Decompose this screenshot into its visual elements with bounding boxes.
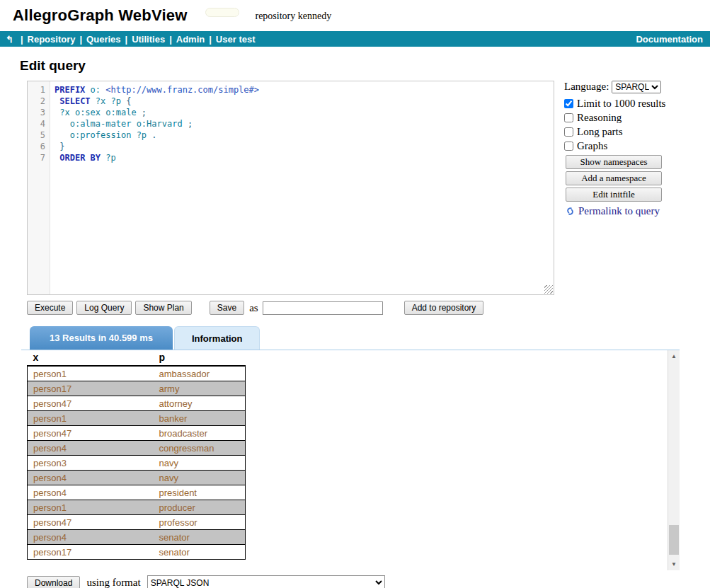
checkbox-row-reasoning[interactable]: Reasoning [564, 110, 709, 125]
checkbox-row-long-parts[interactable]: Long parts [564, 125, 709, 139]
page-title: Edit query [20, 58, 710, 74]
edit-initfile-button[interactable]: Edit initfile [566, 188, 662, 202]
checkbox-row-graphs[interactable]: Graphs [564, 139, 709, 153]
app-title: AllegroGraph WebView [13, 6, 187, 25]
link-icon [564, 206, 576, 217]
save-button[interactable]: Save [210, 301, 244, 315]
nav-item-repository[interactable]: Repository [28, 34, 76, 45]
table-row[interactable]: person47broadcaster [28, 426, 246, 441]
table-row[interactable]: person4senator [28, 530, 246, 545]
table-row[interactable]: person3navy [28, 456, 246, 471]
format-select[interactable]: SPARQL JSON [147, 575, 385, 588]
reasoning-checkbox[interactable] [564, 113, 573, 122]
add-a-namespace-button[interactable]: Add a namespace [566, 171, 662, 185]
table-row[interactable]: person17army [28, 381, 246, 396]
query-code[interactable]: PREFIX o: <http://www.franz.com/simple#>… [50, 81, 554, 294]
scroll-up-icon[interactable]: ▲ [668, 350, 680, 362]
table-row[interactable]: person47attorney [28, 396, 246, 411]
results-panel: xp person1ambassadorperson17armyperson47… [21, 350, 680, 570]
code-line: o:profession ?p . [55, 129, 554, 141]
nav-separator: | [209, 34, 212, 45]
table-row[interactable]: person1banker [28, 411, 246, 426]
nav-separator: | [125, 34, 128, 45]
code-line: SELECT ?x ?p { [55, 96, 554, 107]
code-line: } [55, 141, 554, 152]
code-line: o:alma-mater o:Harvard ; [55, 118, 554, 129]
resize-handle-icon[interactable] [544, 285, 553, 294]
main-content: Edit query 1234567 PREFIX o: <http://www… [0, 58, 710, 588]
nav-documentation[interactable]: Documentation [636, 34, 703, 45]
table-row[interactable]: person1producer [28, 500, 246, 515]
results-table: xp person1ambassadorperson17armyperson47… [27, 350, 246, 560]
nav-item-utilities[interactable]: Utilities [132, 34, 165, 45]
table-cell: navy [154, 456, 246, 471]
using-format-label: using format [86, 577, 140, 588]
table-cell: person47 [28, 396, 154, 411]
nav-item-user-test[interactable]: User test [216, 34, 256, 45]
tab-information[interactable]: Information [174, 326, 260, 350]
header-box [205, 8, 239, 17]
column-header-p: p [154, 350, 246, 366]
execute-button[interactable]: Execute [27, 301, 73, 315]
query-editor[interactable]: 1234567 PREFIX o: <http://www.franz.com/… [27, 81, 554, 295]
results-tabs: 13 Results in 40.599 ms Information [30, 326, 710, 350]
language-select[interactable]: SPARQL [612, 81, 661, 93]
nav-separator: | [21, 34, 23, 45]
nav-separator: | [79, 34, 82, 45]
language-label: Language: [564, 81, 609, 92]
scrollbar-thumb[interactable] [669, 525, 679, 555]
code-line: ORDER BY ?p [55, 152, 554, 163]
table-row[interactable]: person4navy [28, 471, 246, 485]
table-cell: banker [154, 411, 246, 426]
log-query-button[interactable]: Log Query [76, 301, 132, 315]
scroll-down-icon[interactable]: ▼ [668, 558, 680, 570]
option-checkboxes: Limit to 1000 resultsReasoningLong parts… [564, 96, 709, 153]
long-parts-checkbox[interactable] [564, 127, 573, 137]
table-cell: person1 [28, 500, 154, 515]
save-as-label: as [249, 302, 258, 314]
permalink-label: Permalink to query [578, 205, 660, 217]
table-row[interactable]: person1ambassador [28, 366, 246, 381]
nav-item-admin[interactable]: Admin [176, 34, 205, 45]
table-cell: person1 [28, 411, 154, 426]
line-number: 1 [28, 84, 50, 96]
query-options-panel: Language:SPARQL Limit to 1000 resultsRea… [564, 81, 709, 295]
graphs-checkbox[interactable] [564, 142, 573, 151]
line-number: 3 [28, 107, 50, 118]
table-cell: senator [154, 530, 246, 545]
line-number-gutter: 1234567 [28, 81, 50, 294]
line-number: 6 [28, 141, 50, 152]
query-toolbar: Execute Log Query Show Plan Save as Add … [27, 301, 710, 315]
table-cell: attorney [154, 396, 246, 411]
table-cell: person4 [28, 441, 154, 456]
checkbox-label: Reasoning [577, 110, 622, 125]
download-bar: Download using format SPARQL JSON [27, 575, 710, 588]
table-row[interactable]: person4president [28, 485, 246, 500]
checkbox-row-limit-to-1000-results[interactable]: Limit to 1000 results [564, 96, 709, 110]
show-namespaces-button[interactable]: Show namespaces [566, 155, 662, 169]
table-cell: army [154, 381, 246, 396]
table-row[interactable]: person4congressman [28, 441, 246, 456]
table-row[interactable]: person47professor [28, 515, 246, 530]
table-cell: congressman [154, 441, 246, 456]
save-name-input[interactable] [263, 301, 383, 315]
line-number: 5 [28, 129, 50, 141]
table-cell: ambassador [154, 366, 246, 381]
show-plan-button[interactable]: Show Plan [135, 301, 191, 315]
add-to-repository-button[interactable]: Add to repository [404, 301, 484, 315]
table-header-row: xp [28, 350, 246, 366]
limit-to-1000-results-checkbox[interactable] [564, 99, 573, 108]
line-number: 4 [28, 118, 50, 129]
repository-label: repository kennedy [255, 11, 331, 22]
back-icon[interactable]: ↰ [6, 34, 13, 45]
table-cell: president [154, 485, 246, 500]
permalink-link[interactable]: Permalink to query [564, 205, 709, 217]
table-cell: person3 [28, 456, 154, 471]
results-scrollbar[interactable]: ▲ ▼ [668, 350, 680, 570]
download-button[interactable]: Download [27, 576, 80, 588]
table-cell: professor [154, 515, 246, 530]
nav-item-queries[interactable]: Queries [86, 34, 120, 45]
table-row[interactable]: person17senator [28, 545, 246, 560]
tab-results[interactable]: 13 Results in 40.599 ms [30, 326, 173, 350]
main-nav: ↰ |Repository|Queries|Utilities|Admin|Us… [0, 31, 710, 47]
